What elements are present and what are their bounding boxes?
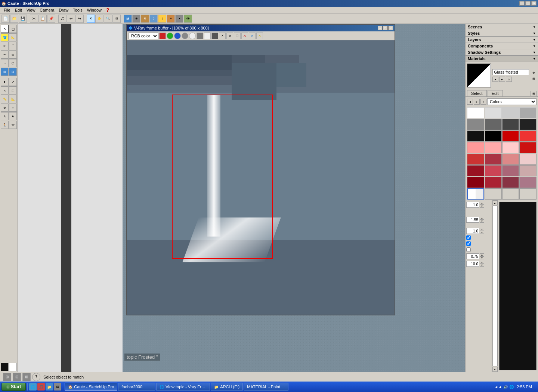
tab-edit[interactable]: Edit	[488, 90, 503, 96]
taskbar-item-arch[interactable]: 📁 ARCH (E:)	[211, 383, 243, 391]
swatch-red4[interactable]	[467, 154, 484, 165]
polygon-tool[interactable]: ⬡	[9, 59, 17, 67]
swatch-gray3[interactable]	[502, 119, 519, 130]
maximize-btn[interactable]: □	[525, 1, 531, 6]
menu-camera[interactable]: Camera	[37, 7, 56, 13]
tape-tool[interactable]: 📏	[1, 95, 9, 103]
protractor-tool[interactable]: 📐	[9, 95, 17, 103]
swatch-red1[interactable]	[502, 130, 519, 142]
value1-input[interactable]	[466, 202, 479, 208]
info-btn[interactable]: i	[158, 15, 166, 23]
value3-input[interactable]	[466, 228, 479, 234]
eraser-tool[interactable]: ◻	[9, 25, 17, 33]
vslider-track[interactable]	[492, 206, 498, 366]
checkbox2[interactable]	[466, 241, 471, 246]
checkbox3[interactable]	[466, 247, 471, 252]
swatch-white[interactable]	[467, 107, 484, 118]
swatch-brownred[interactable]	[502, 177, 519, 188]
swatch-empty3[interactable]	[519, 188, 537, 200]
select-tool[interactable]: ↖	[1, 25, 9, 33]
val4-up[interactable]: ▲	[480, 253, 484, 256]
panel-section-layers[interactable]: Layers ▼	[466, 37, 538, 43]
swatch-lightgray1[interactable]	[485, 107, 502, 118]
dot-btn[interactable]: •	[175, 15, 183, 23]
swatch-darkgray[interactable]	[519, 119, 537, 130]
save-btn[interactable]: 💾	[19, 15, 27, 23]
swatch-lightpink[interactable]	[519, 154, 537, 165]
swatch-darkred1[interactable]	[485, 154, 502, 165]
vray-tb-btn9[interactable]: ✕	[219, 33, 226, 39]
val3-up[interactable]: ▲	[480, 228, 484, 231]
text-tool[interactable]: A	[1, 112, 9, 120]
vray-tb-btn6[interactable]	[197, 33, 203, 39]
materials-header[interactable]: Materials ▼	[466, 56, 538, 62]
vray-tb-btn8[interactable]	[211, 33, 218, 39]
colors-category-dropdown[interactable]: Colors	[487, 98, 537, 105]
sketchup-viewport[interactable]: Scene 1 🔷 V-Ray frame buffer - [100% of …	[18, 24, 465, 372]
swatch-pink4[interactable]	[502, 154, 519, 165]
colors-fwd-btn[interactable]: ►	[474, 99, 480, 105]
pan-btn[interactable]: ✋	[95, 15, 103, 23]
solid-btn[interactable]: R	[141, 15, 149, 23]
menu-help[interactable]: ?	[104, 7, 112, 13]
ql-icon3[interactable]: 📁	[46, 383, 53, 391]
eye-btn[interactable]: 👁	[184, 15, 192, 23]
val1-down[interactable]: ▼	[480, 205, 484, 208]
vray-window[interactable]: 🔷 V-Ray frame buffer - [100% of 800 x 80…	[126, 24, 395, 315]
vslider-down-btn[interactable]: ▼	[492, 367, 498, 372]
measure-tool[interactable]: 📐	[9, 33, 17, 41]
vray-tb-btn5[interactable]	[189, 33, 196, 39]
minimize-btn[interactable]: –	[519, 1, 525, 6]
btn-small3[interactable]: ⊞	[22, 373, 31, 381]
line-tool[interactable]: ✏	[1, 42, 9, 50]
swatch-pink1[interactable]	[467, 142, 484, 153]
taskbar-item-vray[interactable]: 🌐 View topic - Vray Frosted...	[156, 383, 210, 391]
colors-back-btn[interactable]: ◄	[467, 99, 473, 105]
val2-down[interactable]: ▼	[480, 220, 484, 223]
nav-back-btn[interactable]: ◄	[492, 77, 498, 82]
open-btn[interactable]: 📁	[10, 15, 18, 23]
ql-icon1[interactable]: 🌐	[29, 383, 37, 391]
start-button[interactable]: ⊞ Start	[1, 383, 26, 391]
val2-up[interactable]: ▲	[480, 217, 484, 220]
swatch-empty1[interactable]	[485, 188, 502, 200]
swatch-pink2[interactable]	[485, 142, 502, 153]
val5-down[interactable]: ▼	[480, 264, 484, 267]
value2-input[interactable]	[466, 217, 479, 223]
help-circle-btn[interactable]: ?	[32, 373, 40, 381]
material-name-input[interactable]	[492, 69, 529, 75]
arc-tool[interactable]: ⌒	[9, 42, 17, 50]
help-icon-btn[interactable]: ?	[149, 15, 158, 23]
swatch-lightgray3[interactable]	[519, 107, 537, 118]
vray-tb-btn2[interactable]	[167, 33, 173, 39]
offset-tool[interactable]: ⬚	[9, 86, 17, 95]
val1-up[interactable]: ▲	[480, 202, 484, 205]
arrow-tool-btn[interactable]: ⌖	[167, 15, 175, 23]
value5-input[interactable]	[466, 261, 479, 267]
close-btn[interactable]: ✕	[531, 1, 537, 6]
ql-icon4[interactable]: 🖥	[54, 383, 61, 391]
vray-tb-btn11[interactable]: ⬚	[234, 33, 241, 39]
colors-home-btn[interactable]: ⌂	[480, 99, 486, 105]
swatch-pinkgray[interactable]	[519, 177, 537, 188]
circle-tool[interactable]: ○	[1, 59, 9, 67]
vray-tb-btn3[interactable]	[174, 33, 181, 39]
material-right-icon[interactable]: ⊕ ⊞	[531, 64, 537, 87]
vray-maximize[interactable]: □	[383, 26, 388, 30]
paint-tool[interactable]: 🪣	[1, 33, 9, 41]
panel-section-scenes[interactable]: Scenes ▼	[466, 24, 538, 30]
val3-down[interactable]: ▼	[480, 231, 484, 234]
component-btn[interactable]: ⊕	[132, 15, 140, 23]
panel-section-styles[interactable]: Styles ▼	[466, 30, 538, 37]
vray-close[interactable]: ✕	[388, 26, 393, 30]
vray-minimize[interactable]: –	[378, 26, 383, 30]
undo-btn[interactable]: ↩	[67, 15, 75, 23]
taskbar-item-sketchup[interactable]: 🏠 Caute - SketchUp Pro	[65, 383, 117, 391]
zoom-btn[interactable]: 🔍	[104, 15, 112, 23]
freehand-tool[interactable]: 〜	[1, 50, 9, 59]
swatch-red5[interactable]	[485, 165, 502, 176]
swatch-black2[interactable]	[485, 130, 502, 142]
swatch-darkred2[interactable]	[467, 165, 484, 176]
swatch-verydark[interactable]	[467, 177, 484, 188]
menu-view[interactable]: View	[24, 7, 38, 13]
